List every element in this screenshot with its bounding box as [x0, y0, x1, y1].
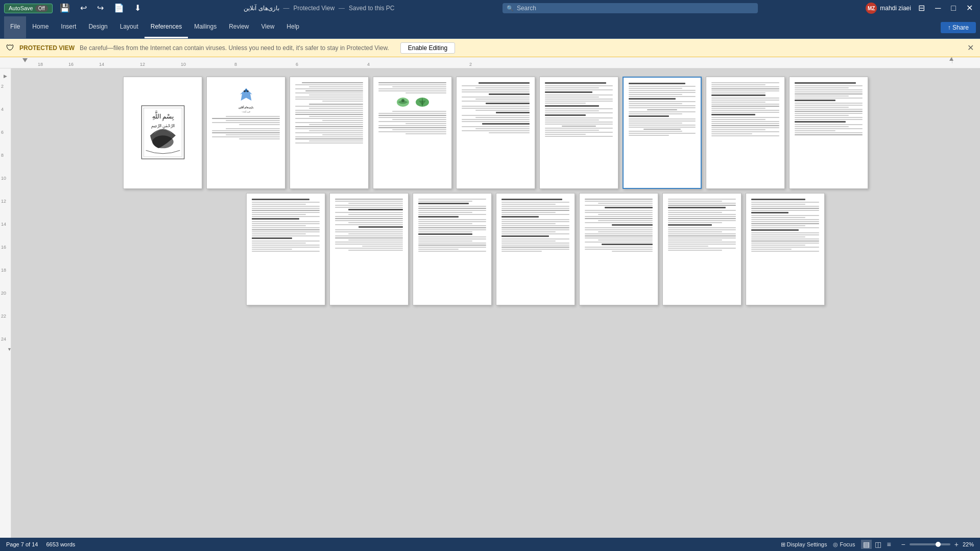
- web-layout-button[interactable]: ◫: [873, 540, 883, 549]
- tab-insert[interactable]: Insert: [55, 16, 82, 38]
- page-10-thumbnail[interactable]: [246, 193, 325, 305]
- page-7-content: [624, 78, 701, 188]
- customize-button[interactable]: ⬇: [131, 3, 144, 13]
- new-document-button[interactable]: 📄: [111, 3, 127, 13]
- page-7-thumbnail[interactable]: [623, 77, 702, 189]
- display-settings-button[interactable]: ⊞ Display Settings: [781, 541, 827, 548]
- document-area[interactable]: بِسْمِ اللَّهِ الرَّحْمَنِ الرَّحِيمِ: [11, 68, 980, 538]
- side-ruler-2: 2: [1, 84, 4, 89]
- svg-text:الرَّحْمَنِ الرَّحِيمِ: الرَّحْمَنِ الرَّحِيمِ: [150, 123, 174, 129]
- page-9-thumbnail[interactable]: [789, 77, 868, 189]
- ruler-right-indent[interactable]: [949, 57, 953, 61]
- page-15-thumbnail[interactable]: [662, 193, 742, 305]
- side-ruler-24: 24: [1, 337, 6, 342]
- page-11-content: [330, 194, 408, 305]
- user-name: mahdi ziaei: [880, 5, 911, 12]
- read-mode-button[interactable]: ≡: [885, 540, 893, 549]
- side-ruler-10: 10: [1, 176, 6, 181]
- zoom-percent: 22%: [963, 541, 974, 547]
- tab-file[interactable]: File: [4, 16, 26, 38]
- ribbon-display-button[interactable]: ⊟: [915, 3, 928, 13]
- page-6-thumbnail[interactable]: [539, 77, 618, 189]
- redo-button[interactable]: ↪: [94, 3, 107, 13]
- pages-row-1: بِسْمِ اللَّهِ الرَّحْمَنِ الرَّحِيمِ: [23, 77, 968, 189]
- pages-row-2: [23, 193, 968, 305]
- tab-view[interactable]: View: [255, 16, 281, 38]
- page-2-content: بازی‌های آنلاین قرن آینده :: [207, 77, 285, 188]
- side-ruler-6: 6: [1, 130, 4, 135]
- title-bar-left: AutoSave Off 💾 ↩ ↪ 📄 ⬇: [4, 3, 144, 13]
- search-input[interactable]: [503, 3, 758, 13]
- horizontal-ruler: 18 16 14 12 10 8 6 4 2: [0, 57, 980, 68]
- ribbon: File Home Insert Design Layout Reference…: [0, 16, 980, 39]
- page-11-thumbnail[interactable]: [329, 193, 409, 305]
- ruler-left-indent[interactable]: [22, 58, 28, 62]
- pages-container: بِسْمِ اللَّهِ الرَّحْمَنِ الرَّحِيمِ: [23, 77, 968, 305]
- undo-button[interactable]: ↩: [77, 3, 90, 13]
- page-13-content: [496, 194, 575, 305]
- svg-text:بِسْمِ اللَّهِ: بِسْمِ اللَّهِ: [152, 110, 174, 121]
- protected-heading: PROTECTED VIEW: [19, 44, 75, 52]
- focus-button[interactable]: ◎ Focus: [833, 541, 855, 548]
- document-title: بازی‌های آنلاین: [244, 5, 279, 12]
- page-1-thumbnail[interactable]: بِسْمِ اللَّهِ الرَّحْمَنِ الرَّحِيمِ: [123, 77, 202, 189]
- page-4-thumbnail[interactable]: [373, 77, 452, 189]
- side-ruler-22: 22: [1, 314, 6, 319]
- page-14-thumbnail[interactable]: [579, 193, 658, 305]
- page-16-thumbnail[interactable]: [746, 193, 825, 305]
- autosave-toggle[interactable]: AutoSave Off: [4, 4, 53, 13]
- protected-view-badge: Protected View: [294, 5, 335, 12]
- page-5-content: [457, 77, 535, 188]
- page-8-thumbnail[interactable]: [706, 77, 785, 189]
- zoom-out-button[interactable]: −: [899, 540, 907, 549]
- ruler-num-12: 12: [140, 62, 145, 67]
- user-avatar: MZ: [866, 3, 877, 14]
- zoom-slider[interactable]: [910, 543, 950, 545]
- ruler-marks: 18 16 14 12 10 8 6 4 2: [12, 57, 968, 68]
- side-ruler-18: 18: [1, 268, 6, 273]
- page-8-content: [706, 77, 784, 188]
- tab-design[interactable]: Design: [82, 16, 113, 38]
- page-12-content: [413, 194, 491, 305]
- side-ruler-handle: ▶: [4, 74, 7, 79]
- tab-help[interactable]: Help: [280, 16, 305, 38]
- ruler-num-6: 6: [296, 62, 298, 67]
- page-12-thumbnail[interactable]: [413, 193, 492, 305]
- title-bar-right: MZ mahdi ziaei ⊟ ─ □ ✕: [866, 3, 976, 14]
- search-container: 🔍: [503, 3, 758, 13]
- restore-button[interactable]: □: [948, 3, 959, 13]
- zoom-thumb: [936, 542, 941, 547]
- side-ruler-20: 20: [1, 291, 6, 296]
- ruler-num-16: 16: [68, 62, 74, 67]
- close-button[interactable]: ✕: [963, 3, 976, 13]
- view-buttons: ▤ ◫ ≡: [861, 540, 893, 549]
- page-5-thumbnail[interactable]: [456, 77, 535, 189]
- page-2-thumbnail[interactable]: بازی‌های آنلاین قرن آینده :: [206, 77, 285, 189]
- tab-review[interactable]: Review: [223, 16, 255, 38]
- tab-references[interactable]: References: [145, 16, 188, 38]
- vertical-ruler: ▶ 2 4 6 8 10 12 14 16 18 20 22 24 ▼: [0, 68, 11, 538]
- print-layout-button[interactable]: ▤: [861, 540, 872, 549]
- page-4-content: [373, 77, 451, 188]
- zoom-in-button[interactable]: +: [952, 540, 961, 549]
- tab-mailings[interactable]: Mailings: [188, 16, 223, 38]
- protected-bar-close[interactable]: ✕: [967, 43, 974, 53]
- minimize-button[interactable]: ─: [932, 3, 944, 13]
- main-content: ▶ 2 4 6 8 10 12 14 16 18 20 22 24 ▼: [0, 68, 980, 538]
- page-13-thumbnail[interactable]: [496, 193, 575, 305]
- page-3-content: [290, 77, 368, 188]
- status-bar: Page 7 of 14 6653 words ⊞ Display Settin…: [0, 538, 980, 551]
- svg-point-6: [247, 90, 248, 92]
- enable-editing-button[interactable]: Enable Editing: [400, 42, 455, 54]
- side-ruler-8: 8: [1, 153, 4, 158]
- side-ruler-16: 16: [1, 245, 6, 250]
- share-button[interactable]: ↑ Share: [941, 22, 976, 33]
- tab-home[interactable]: Home: [26, 16, 55, 38]
- page-3-thumbnail[interactable]: [290, 77, 369, 189]
- page-1-content: بِسْمِ اللَّهِ الرَّحْمَنِ الرَّحِيمِ: [124, 77, 202, 188]
- tab-layout[interactable]: Layout: [114, 16, 145, 38]
- side-ruler-arrow-down[interactable]: ▼: [7, 347, 11, 352]
- saved-label: Saved to this PC: [349, 5, 394, 12]
- save-button[interactable]: 💾: [57, 3, 73, 13]
- title-bar-center: بازی‌های آنلاین — Protected View — Saved…: [244, 5, 394, 12]
